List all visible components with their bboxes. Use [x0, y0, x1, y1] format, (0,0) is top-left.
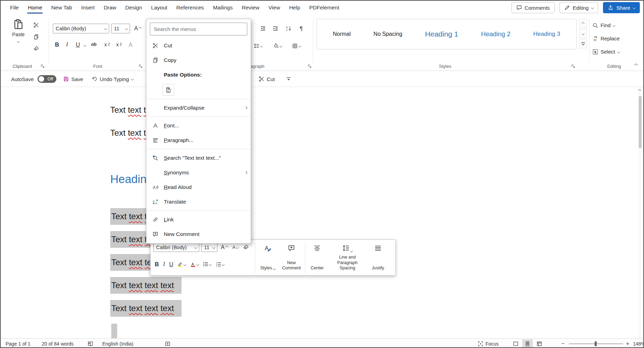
- bold-button[interactable]: B: [54, 40, 61, 49]
- context-menu-item-link[interactable]: Link: [146, 212, 251, 227]
- paragraph-dialog-launcher[interactable]: [307, 64, 312, 69]
- mini-format-painter-button[interactable]: [242, 243, 250, 252]
- paste-dropdown-icon[interactable]: [17, 40, 20, 42]
- mini-new-comment-button[interactable]: New Comment: [280, 242, 303, 274]
- context-menu-item-expand-collapse[interactable]: Expand/Collapse: [146, 101, 251, 115]
- mini-line-spacing-button[interactable]: Line and Paragraph Spacing: [329, 242, 366, 274]
- subscript-button[interactable]: x2: [103, 40, 111, 48]
- quickbar-overflow-button[interactable]: [286, 71, 291, 87]
- context-menu-item-copy[interactable]: Copy: [146, 53, 251, 68]
- menu-search-input[interactable]: [150, 23, 247, 35]
- save-button[interactable]: Save: [63, 71, 83, 87]
- comments-button[interactable]: Comments: [512, 2, 555, 13]
- print-layout-button[interactable]: [522, 339, 533, 348]
- zoom-slider[interactable]: [569, 343, 623, 344]
- select-button[interactable]: Select: [593, 49, 619, 55]
- mini-numbering-button[interactable]: 123: [214, 260, 226, 268]
- paragraph[interactable]: Text text text text: [110, 300, 493, 317]
- clipboard-dialog-launcher[interactable]: [40, 64, 45, 69]
- context-menu-item-synonyms[interactable]: Synonyms: [146, 165, 251, 180]
- line-spacing-button[interactable]: [252, 42, 264, 50]
- mini-styles-button[interactable]: A Styles: [258, 242, 278, 274]
- mini-bold-button[interactable]: B: [153, 260, 160, 269]
- styles-scroll-down-button[interactable]: [579, 29, 587, 38]
- autosave-toggle-switch[interactable]: Off: [38, 75, 56, 83]
- styles-scroll-up-button[interactable]: [579, 19, 587, 28]
- menu-tab-home[interactable]: Home: [23, 1, 47, 15]
- zoom-in-button[interactable]: +: [626, 339, 629, 348]
- mini-justify-button[interactable]: Justify: [368, 242, 388, 274]
- replace-button[interactable]: ab Replace: [593, 35, 620, 41]
- menu-tab-design[interactable]: Design: [121, 1, 146, 15]
- menu-tab-help[interactable]: Help: [284, 1, 305, 15]
- menu-tab-layout[interactable]: Layout: [147, 1, 172, 15]
- focus-button[interactable]: Focus: [478, 339, 499, 348]
- paragraph[interactable]: Text text text text: [110, 277, 493, 294]
- context-menu-item-cut[interactable]: Cut: [146, 38, 251, 53]
- strikethrough-button[interactable]: ab: [90, 40, 98, 48]
- scrollbar-thumb[interactable]: [639, 96, 642, 148]
- zoom-slider-thumb[interactable]: [595, 341, 597, 346]
- mini-grow-font-button[interactable]: A: [219, 243, 229, 252]
- styles-dialog-launcher[interactable]: [571, 64, 575, 69]
- show-formatting-marks-button[interactable]: ¶: [298, 24, 304, 33]
- mini-font-color-button[interactable]: A: [189, 260, 200, 268]
- sort-button[interactable]: AZ: [284, 24, 293, 33]
- grow-font-button[interactable]: A: [133, 24, 142, 33]
- style-item-heading-2[interactable]: Heading 2: [481, 30, 510, 38]
- shading-button[interactable]: [272, 42, 283, 50]
- menu-tab-draw[interactable]: Draw: [99, 1, 121, 15]
- context-menu-item-font[interactable]: Font...: [146, 118, 251, 133]
- mini-center-button[interactable]: Center: [308, 242, 327, 274]
- style-item-no-spacing[interactable]: No Spacing: [373, 31, 402, 37]
- mini-italic-button[interactable]: I: [162, 260, 167, 269]
- superscript-button[interactable]: x2: [115, 40, 123, 48]
- vertical-scrollbar[interactable]: [638, 87, 643, 338]
- font-name-select[interactable]: Calibri (Body): [53, 24, 109, 33]
- mini-underline-button[interactable]: U: [168, 260, 175, 269]
- document-area[interactable]: Text text text textText text text textHe…: [1, 87, 639, 338]
- increase-indent-button[interactable]: [271, 24, 280, 33]
- quick-cut-button[interactable]: Cut: [259, 71, 275, 87]
- mini-shrink-font-button[interactable]: A: [231, 244, 240, 251]
- editing-mode-button[interactable]: Editing: [560, 2, 598, 13]
- borders-button[interactable]: [291, 42, 302, 50]
- mini-bullets-button[interactable]: [201, 260, 213, 268]
- word-count[interactable]: 20 of 84 words: [42, 339, 74, 348]
- context-menu-item-search-selection[interactable]: Search "Text text text...": [146, 151, 251, 165]
- menu-tab-view[interactable]: View: [264, 1, 284, 15]
- find-button[interactable]: Find: [593, 22, 615, 28]
- menu-tab-mailings[interactable]: Mailings: [208, 1, 237, 15]
- macro-record-icon[interactable]: [165, 339, 170, 348]
- context-menu-item-paste-options[interactable]: Paste Options:: [146, 68, 251, 82]
- style-item-normal[interactable]: Normal: [333, 31, 351, 37]
- font-dialog-launcher[interactable]: [138, 64, 143, 69]
- clear-formatting-button[interactable]: A: [127, 40, 134, 49]
- language-indicator[interactable]: English (India): [102, 339, 134, 348]
- style-item-heading-3[interactable]: Heading 3: [533, 31, 560, 38]
- web-layout-button[interactable]: [534, 339, 545, 348]
- underline-dropdown-icon[interactable]: [83, 44, 86, 47]
- menu-tab-review[interactable]: Review: [237, 1, 264, 15]
- context-menu-item-paste-keep-source-formatting[interactable]: [146, 82, 251, 97]
- context-menu-item-read-aloud[interactable]: ARead Aloud: [146, 180, 251, 195]
- mini-font-size-select[interactable]: 11: [201, 243, 217, 252]
- context-menu-item-new-comment[interactable]: New Comment: [146, 227, 251, 242]
- mini-font-name-select[interactable]: Calibri (Body): [153, 243, 199, 252]
- menu-tab-insert[interactable]: Insert: [77, 1, 99, 15]
- paste-button[interactable]: Paste: [8, 19, 29, 44]
- styles-more-button[interactable]: [579, 39, 587, 48]
- format-painter-button[interactable]: [32, 45, 40, 53]
- menu-tab-pdfelement[interactable]: PDFelement: [305, 1, 344, 15]
- page-indicator[interactable]: Page 1 of 1: [6, 339, 31, 348]
- mini-highlight-button[interactable]: [176, 260, 187, 268]
- menu-tab-references[interactable]: References: [172, 1, 208, 15]
- share-button[interactable]: Share: [603, 2, 640, 13]
- context-menu-item-translate[interactable]: aATranslate: [146, 195, 251, 209]
- autosave-toggle[interactable]: Off: [38, 71, 56, 87]
- scroll-up-icon[interactable]: [638, 89, 641, 92]
- cut-button[interactable]: [32, 21, 40, 29]
- decrease-indent-button[interactable]: [259, 24, 267, 33]
- context-menu-item-paragraph[interactable]: Paragraph...: [146, 133, 251, 148]
- font-size-select[interactable]: 11: [111, 24, 130, 33]
